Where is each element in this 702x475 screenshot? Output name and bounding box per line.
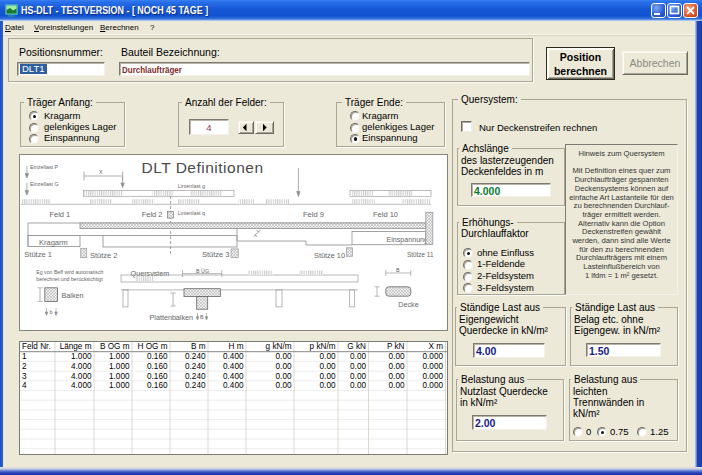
svg-text:Feld 10: Feld 10 xyxy=(373,210,398,219)
svg-text:0.00: 0.00 xyxy=(350,362,366,371)
svg-text:0.00: 0.00 xyxy=(389,381,405,390)
svg-text:B: B xyxy=(396,267,400,273)
svg-text:B: B xyxy=(200,314,204,320)
svg-text:1.000: 1.000 xyxy=(109,372,130,381)
svg-text:3: 3 xyxy=(22,372,27,381)
svg-text:4: 4 xyxy=(22,381,27,390)
svg-text:2: 2 xyxy=(22,362,27,371)
svg-text:Feld Nr.: Feld Nr. xyxy=(22,342,51,351)
svg-text:Stütze 2: Stütze 2 xyxy=(90,251,118,260)
svg-text:Einzellast G: Einzellast G xyxy=(30,181,59,187)
svg-text:0.000: 0.000 xyxy=(423,362,444,371)
svg-text:X m: X m xyxy=(428,342,443,351)
svg-text:P kN: P kN xyxy=(387,342,405,351)
svg-text:1.000: 1.000 xyxy=(71,352,92,361)
svg-text:Decke: Decke xyxy=(398,300,418,309)
svg-text:0.00: 0.00 xyxy=(389,352,405,361)
svg-text:B OG m: B OG m xyxy=(100,342,130,351)
svg-text:Feld 9: Feld 9 xyxy=(303,210,324,219)
svg-text:0.00: 0.00 xyxy=(276,352,292,361)
svg-text:0.240: 0.240 xyxy=(185,362,206,371)
svg-text:0.000: 0.000 xyxy=(423,372,444,381)
svg-text:0.000: 0.000 xyxy=(423,352,444,361)
svg-text:1.000: 1.000 xyxy=(109,381,130,390)
svg-text:H OG m: H OG m xyxy=(137,342,167,351)
svg-text:0.240: 0.240 xyxy=(185,381,206,390)
svg-text:Stütze 3: Stütze 3 xyxy=(202,250,230,259)
svg-text:Balken: Balken xyxy=(62,291,84,300)
svg-text:0.160: 0.160 xyxy=(147,352,168,361)
svg-text:Stütze 1: Stütze 1 xyxy=(24,250,52,259)
svg-text:0.00: 0.00 xyxy=(350,372,366,381)
svg-text:0.00: 0.00 xyxy=(276,381,292,390)
svg-text:Einspannung: Einspannung xyxy=(387,235,429,244)
svg-text:0.00: 0.00 xyxy=(350,352,366,361)
svg-text:Stütze 10: Stütze 10 xyxy=(314,251,345,260)
svg-text:0.400: 0.400 xyxy=(223,372,244,381)
svg-text:H m: H m xyxy=(228,342,243,351)
svg-text:0.400: 0.400 xyxy=(223,352,244,361)
svg-text:1.000: 1.000 xyxy=(109,362,130,371)
svg-text:Stütze 11: Stütze 11 xyxy=(407,250,434,259)
svg-text:4.000: 4.000 xyxy=(71,372,92,381)
svg-text:0.160: 0.160 xyxy=(147,362,168,371)
svg-text:0.00: 0.00 xyxy=(320,372,336,381)
svg-text:0.00: 0.00 xyxy=(389,372,405,381)
svg-text:Kragarm: Kragarm xyxy=(39,238,68,247)
svg-text:Feld 1: Feld 1 xyxy=(49,210,70,219)
svg-text:0.00: 0.00 xyxy=(320,362,336,371)
svg-text:1: 1 xyxy=(22,352,27,361)
svg-text:0.160: 0.160 xyxy=(147,372,168,381)
svg-text:Einzellast P: Einzellast P xyxy=(30,164,59,170)
svg-text:0.00: 0.00 xyxy=(276,372,292,381)
svg-text:0.00: 0.00 xyxy=(276,362,292,371)
svg-text:0.240: 0.240 xyxy=(185,352,206,361)
svg-text:0.400: 0.400 xyxy=(223,381,244,390)
svg-text:b: b xyxy=(50,309,53,315)
svg-text:p kN/m: p kN/m xyxy=(310,342,336,351)
svg-text:Linienlast g: Linienlast g xyxy=(178,183,205,189)
svg-text:0.160: 0.160 xyxy=(147,381,168,390)
svg-text:B m: B m xyxy=(191,342,206,351)
svg-text:Feld 2: Feld 2 xyxy=(142,210,163,219)
svg-text:0.00: 0.00 xyxy=(320,352,336,361)
svg-text:berechnet und berücksichtigt: berechnet und berücksichtigt xyxy=(36,276,103,282)
svg-text:0.240: 0.240 xyxy=(185,372,206,381)
svg-text:G kN: G kN xyxy=(347,342,366,351)
svg-text:Linienlast q: Linienlast q xyxy=(178,210,205,216)
svg-text:1.000: 1.000 xyxy=(109,352,130,361)
svg-text:0.00: 0.00 xyxy=(389,362,405,371)
svg-text:0.00: 0.00 xyxy=(320,381,336,390)
svg-text:B ÜG: B ÜG xyxy=(196,268,209,274)
svg-text:DLT Definitionen: DLT Definitionen xyxy=(142,159,264,176)
svg-text:0.400: 0.400 xyxy=(223,362,244,371)
svg-text:X: X xyxy=(99,169,103,175)
svg-text:4.000: 4.000 xyxy=(71,381,92,390)
svg-text:Länge m: Länge m xyxy=(60,342,92,351)
svg-text:Plattenbalken: Plattenbalken xyxy=(150,313,194,322)
svg-text:0.000: 0.000 xyxy=(423,381,444,390)
svg-text:4.000: 4.000 xyxy=(71,362,92,371)
svg-text:g kN/m: g kN/m xyxy=(266,342,292,351)
svg-text:Eg von Beff wird automatisch: Eg von Beff wird automatisch xyxy=(36,269,103,275)
svg-text:0.00: 0.00 xyxy=(350,381,366,390)
